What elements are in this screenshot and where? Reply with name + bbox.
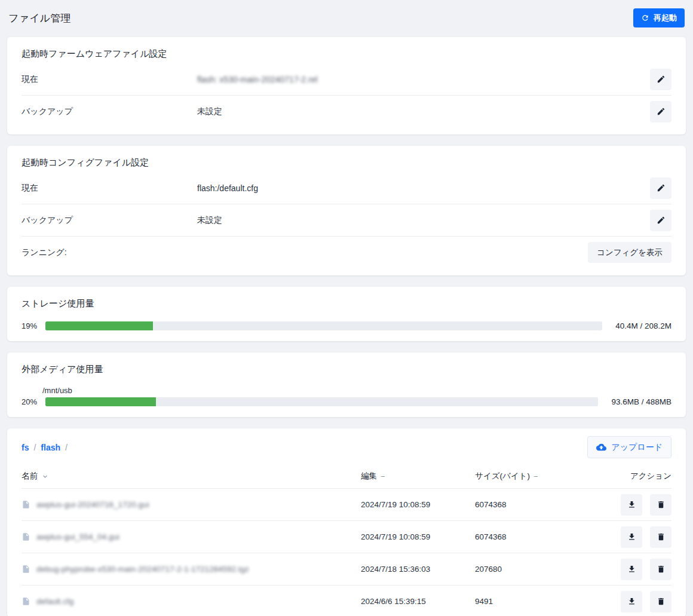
firmware-settings-card: 起動時ファームウェアファイル設定 現在 flash: x530-main-202…	[7, 37, 686, 134]
file-browser-card: fs / flash / アップロード 名前 編集 − サイズ(バイト) −	[7, 428, 686, 616]
file-edited: 2024/6/6 15:39:15	[361, 597, 475, 606]
sort-indicator: −	[533, 472, 538, 481]
download-button[interactable]	[621, 494, 642, 516]
firmware-backup-value: 未設定	[197, 106, 650, 117]
file-edited: 2024/7/19 10:08:59	[361, 532, 475, 541]
breadcrumb-separator: /	[65, 443, 68, 452]
firmware-backup-label: バックアップ	[22, 106, 197, 117]
firmware-backup-edit-button[interactable]	[650, 101, 671, 122]
external-media-card-title: 外部メディア使用量	[7, 353, 686, 379]
breadcrumb-item-flash[interactable]: flash	[41, 443, 60, 452]
config-running-row: ランニング: コンフィグを表示	[7, 237, 686, 268]
breadcrumb-separator: /	[33, 443, 36, 452]
restart-icon	[641, 14, 649, 22]
restart-button[interactable]: 再起動	[633, 8, 685, 27]
config-card-title: 起動時コンフィグファイル設定	[7, 146, 686, 172]
config-backup-row: バックアップ 未設定	[7, 204, 686, 236]
trash-icon	[657, 500, 666, 509]
file-name: debug-phyprobe-x530-main-20240717-2-1-17…	[36, 565, 249, 574]
file-size: 207680	[475, 565, 613, 574]
file-icon	[22, 531, 30, 543]
pencil-icon	[657, 183, 666, 192]
breadcrumb: fs / flash /	[22, 443, 68, 452]
file-name: default.cfg	[36, 597, 73, 606]
firmware-current-value: flash: x530-main-20240717-2.rel	[197, 75, 650, 84]
download-button[interactable]	[621, 559, 642, 580]
file-size: 6074368	[475, 500, 613, 509]
external-media-bar-row: 20% 93.6MB / 488MB	[22, 397, 671, 406]
firmware-backup-row: バックアップ 未設定	[7, 96, 686, 127]
storage-usage-bar-row: 19% 40.4M / 208.2M	[22, 321, 671, 330]
download-icon	[627, 565, 636, 574]
external-media-usage-value: 93.6MB / 488MB	[611, 397, 671, 406]
external-media-card: 外部メディア使用量 /mnt/usb 20% 93.6MB / 488MB	[7, 353, 686, 417]
column-header-name[interactable]: 名前	[22, 471, 361, 482]
column-size-label: サイズ(バイト)	[475, 471, 530, 482]
firmware-card-title: 起動時ファームウェアファイル設定	[7, 37, 686, 63]
delete-button[interactable]	[650, 591, 671, 612]
config-current-value: flash:/default.cfg	[197, 183, 650, 193]
config-backup-label: バックアップ	[22, 215, 197, 226]
trash-icon	[657, 565, 666, 574]
trash-icon	[657, 532, 666, 541]
download-button[interactable]	[621, 526, 642, 548]
column-name-label: 名前	[22, 471, 38, 482]
pencil-icon	[657, 216, 666, 225]
trash-icon	[657, 597, 666, 606]
external-media-percent-label: 20%	[22, 397, 45, 406]
download-button[interactable]	[621, 591, 642, 612]
storage-usage-card: ストレージ使用量 19% 40.4M / 208.2M	[7, 287, 686, 341]
file-name: awplus-gui_554_04.gui	[36, 532, 119, 541]
delete-button[interactable]	[650, 559, 671, 580]
storage-percent-label: 19%	[22, 321, 45, 330]
storage-card-title: ストレージ使用量	[7, 287, 686, 313]
cloud-upload-icon	[596, 442, 606, 452]
storage-progress-bar	[45, 321, 602, 330]
file-icon	[22, 499, 30, 510]
sort-indicator: −	[381, 472, 385, 481]
column-header-size[interactable]: サイズ(バイト) −	[475, 471, 613, 482]
column-header-edited[interactable]: 編集 −	[361, 471, 475, 482]
download-icon	[627, 597, 636, 606]
delete-button[interactable]	[650, 494, 671, 516]
file-edited: 2024/7/18 15:36:03	[361, 565, 475, 574]
file-size: 6074368	[475, 532, 613, 541]
table-row: awplus-gui_554_04.gui 2024/7/19 10:08:59…	[7, 521, 686, 553]
page: ファイル管理 再起動 起動時ファームウェアファイル設定 現在 flash: x5…	[0, 0, 693, 616]
table-row: default.cfg 2024/6/6 15:39:15 9491	[7, 586, 686, 616]
file-edited: 2024/7/19 10:08:59	[361, 500, 475, 509]
top-bar: ファイル管理 再起動	[7, 0, 686, 37]
mount-point-label: /mnt/usb	[42, 386, 671, 395]
file-size: 9491	[475, 597, 613, 606]
delete-button[interactable]	[650, 526, 671, 548]
chevron-down-icon	[41, 473, 49, 480]
config-current-edit-button[interactable]	[650, 177, 671, 199]
external-media-progress-bar	[45, 397, 598, 406]
show-config-button[interactable]: コンフィグを表示	[588, 242, 671, 263]
table-row: debug-phyprobe-x530-main-20240717-2-1-17…	[7, 553, 686, 585]
config-settings-card: 起動時コンフィグファイル設定 現在 flash:/default.cfg バック…	[7, 146, 686, 275]
column-actions-label: アクション	[630, 471, 671, 482]
column-edited-label: 編集	[361, 471, 377, 482]
download-icon	[627, 532, 636, 541]
file-name: awplus-gui-20240716_1720.gui	[36, 500, 149, 509]
firmware-current-edit-button[interactable]	[650, 69, 671, 90]
file-icon	[22, 563, 30, 575]
table-row: awplus-gui-20240716_1720.gui 2024/7/19 1…	[7, 489, 686, 520]
restart-label: 再起動	[654, 13, 677, 23]
config-backup-edit-button[interactable]	[650, 210, 671, 231]
firmware-current-row: 現在 flash: x530-main-20240717-2.rel	[7, 63, 686, 95]
page-title: ファイル管理	[8, 11, 71, 25]
file-table-header: 名前 編集 − サイズ(バイト) − アクション	[7, 464, 686, 488]
config-current-row: 現在 flash:/default.cfg	[7, 172, 686, 204]
upload-button[interactable]: アップロード	[587, 436, 671, 458]
upload-label: アップロード	[611, 442, 663, 453]
firmware-current-label: 現在	[22, 74, 197, 85]
storage-usage-value: 40.4M / 208.2M	[615, 321, 671, 330]
file-browser-header: fs / flash / アップロード	[7, 428, 686, 464]
config-backup-value: 未設定	[197, 215, 650, 226]
pencil-icon	[657, 107, 666, 116]
breadcrumb-item-fs[interactable]: fs	[22, 443, 29, 452]
pencil-icon	[657, 75, 666, 84]
download-icon	[627, 500, 636, 509]
